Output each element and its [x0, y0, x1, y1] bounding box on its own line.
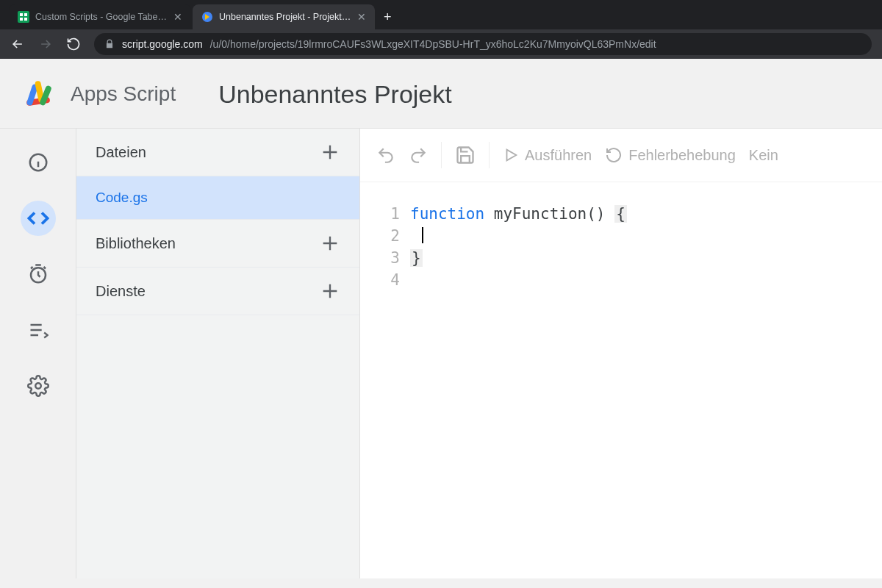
rail-settings[interactable]: [21, 368, 56, 404]
line-number: 1: [360, 203, 400, 225]
editor-toolbar: Ausführen Fehlerbehebung Kein: [360, 129, 882, 182]
text-cursor: [422, 227, 423, 243]
close-icon[interactable]: ✕: [357, 11, 366, 23]
reload-button[interactable]: [66, 37, 81, 51]
line-gutter: 1 2 3 4: [360, 203, 410, 291]
add-library-button[interactable]: [320, 233, 340, 254]
services-section-header: Dienste: [76, 268, 359, 315]
files-panel: Dateien Code.gs Bibliotheken Dienste: [76, 129, 360, 578]
brand-title: Apps Script: [71, 82, 176, 106]
project-title[interactable]: Unbenanntes Projekt: [218, 80, 452, 109]
undo-button[interactable]: [376, 146, 395, 165]
function-select[interactable]: Kein: [749, 147, 778, 164]
open-brace: {: [614, 205, 627, 223]
address-input[interactable]: script.google.com/u/0/home/projects/19lr…: [94, 33, 872, 55]
rail-executions[interactable]: [21, 312, 56, 348]
services-label: Dienste: [96, 283, 146, 300]
close-icon[interactable]: ✕: [173, 11, 182, 23]
line-number: 2: [360, 225, 400, 247]
svg-rect-3: [23, 13, 24, 21]
tab-title: Custom Scripts - Google Tabellen: [35, 12, 168, 22]
debug-button[interactable]: Fehlerbehebung: [605, 146, 736, 164]
left-rail: [0, 129, 76, 578]
new-tab-button[interactable]: +: [376, 5, 399, 29]
libraries-label: Bibliotheken: [96, 235, 176, 252]
back-button[interactable]: [10, 37, 25, 51]
svg-point-13: [35, 383, 41, 389]
browser-tab-active[interactable]: Unbenanntes Projekt - Projekt-Editor ✕: [193, 4, 375, 29]
app-header: Apps Script Unbenanntes Projekt: [0, 59, 882, 129]
browser-tab[interactable]: Custom Scripts - Google Tabellen ✕: [9, 4, 191, 29]
tab-title: Unbenanntes Projekt - Projekt-Editor: [219, 12, 351, 22]
redo-button[interactable]: [409, 146, 428, 165]
apps-script-logo-icon: [22, 76, 57, 112]
apps-script-favicon-icon: [201, 11, 213, 23]
rail-editor[interactable]: [21, 201, 56, 236]
url-host: script.google.com: [122, 38, 203, 50]
libraries-section-header: Bibliotheken: [76, 220, 359, 268]
tab-bar: Custom Scripts - Google Tabellen ✕ Unben…: [0, 0, 882, 29]
workspace: Dateien Code.gs Bibliotheken Dienste: [0, 129, 882, 578]
file-item-code-gs[interactable]: Code.gs: [76, 176, 359, 220]
run-button[interactable]: Ausführen: [503, 147, 592, 164]
file-name: Code.gs: [96, 190, 148, 206]
line-number: 4: [360, 269, 400, 291]
sheets-favicon-icon: [18, 11, 29, 23]
url-path: /u/0/home/projects/19lrmroCAUFs3WLxgeXIT…: [210, 38, 656, 50]
rail-triggers[interactable]: [21, 257, 56, 292]
add-file-button[interactable]: [320, 142, 340, 162]
debug-label: Fehlerbehebung: [628, 147, 736, 164]
run-label: Ausführen: [525, 147, 592, 164]
save-button[interactable]: [455, 145, 476, 165]
files-section-header: Dateien: [76, 129, 359, 176]
toolbar-separator: [441, 142, 442, 168]
lock-icon: [104, 39, 115, 49]
close-brace: }: [410, 249, 423, 267]
keyword: function: [410, 205, 484, 223]
browser-chrome: Custom Scripts - Google Tabellen ✕ Unben…: [0, 0, 882, 59]
rail-overview[interactable]: [21, 145, 56, 180]
line-number: 3: [360, 247, 400, 269]
toolbar-separator: [489, 142, 490, 168]
files-label: Dateien: [96, 144, 146, 161]
code-text: myFunction(): [484, 205, 614, 223]
add-service-button[interactable]: [320, 281, 340, 301]
address-bar: script.google.com/u/0/home/projects/19lr…: [0, 29, 882, 59]
code-editor[interactable]: 1 2 3 4 function myFunction() { }: [360, 182, 882, 291]
source-code[interactable]: function myFunction() { }: [410, 203, 627, 291]
function-select-label: Kein: [749, 147, 778, 164]
editor-area: Ausführen Fehlerbehebung Kein 1 2 3 4 fu…: [360, 129, 882, 578]
forward-button[interactable]: [38, 37, 53, 51]
